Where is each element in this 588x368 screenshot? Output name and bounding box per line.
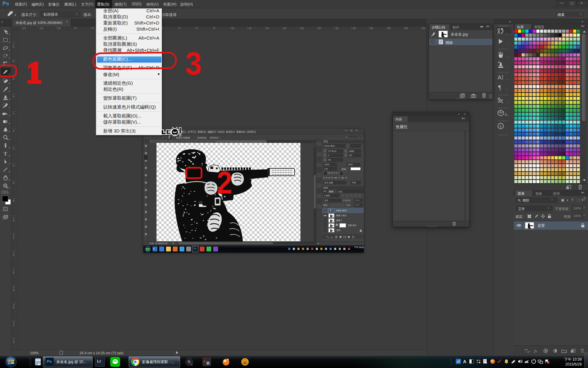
- svg-text:0: 0: [13, 129, 14, 132]
- svg-text:24: 24: [352, 27, 356, 30]
- svg-text:20: 20: [318, 27, 321, 30]
- svg-text:8: 8: [13, 199, 14, 202]
- svg-text:2: 2: [13, 236, 14, 240]
- svg-text:26: 26: [370, 27, 373, 30]
- svg-text:28: 28: [387, 27, 390, 30]
- svg-text:L: L: [204, 360, 206, 363]
- svg-text:2: 2: [13, 112, 14, 115]
- svg-text:fx: fx: [331, 236, 333, 238]
- svg-text:6: 6: [13, 182, 14, 185]
- svg-text:4: 4: [13, 95, 14, 98]
- svg-text:A: A: [463, 359, 466, 364]
- svg-text:12: 12: [40, 27, 43, 30]
- svg-text:14: 14: [266, 27, 269, 30]
- svg-text:2: 2: [13, 324, 14, 327]
- svg-text:fx: fx: [534, 349, 537, 353]
- svg-text:30: 30: [405, 27, 408, 30]
- svg-text:4: 4: [13, 341, 14, 344]
- svg-text:4: 4: [179, 27, 180, 30]
- svg-text:6: 6: [13, 271, 14, 274]
- svg-text:8: 8: [13, 289, 14, 292]
- svg-text:0: 0: [13, 45, 14, 48]
- svg-text:0: 0: [13, 306, 14, 309]
- svg-text:22: 22: [335, 27, 338, 30]
- svg-text:10: 10: [231, 27, 234, 30]
- svg-text:4: 4: [13, 164, 14, 167]
- svg-text:0: 0: [13, 219, 14, 222]
- svg-text:32: 32: [422, 27, 425, 30]
- svg-text:A: A: [498, 75, 501, 81]
- svg-text:18: 18: [300, 27, 303, 30]
- svg-text:14: 14: [23, 27, 26, 30]
- svg-text:¶: ¶: [498, 84, 501, 91]
- svg-text:8: 8: [214, 27, 215, 30]
- svg-text:10: 10: [58, 27, 61, 30]
- svg-text:8: 8: [13, 60, 14, 63]
- svg-text:T: T: [4, 151, 7, 157]
- svg-text:8: 8: [75, 27, 76, 30]
- svg-text:16: 16: [283, 27, 286, 30]
- svg-text:4: 4: [13, 254, 14, 257]
- svg-text:12: 12: [248, 27, 251, 30]
- svg-text:6: 6: [196, 27, 198, 30]
- svg-text:6: 6: [13, 77, 14, 80]
- svg-text:2: 2: [13, 147, 14, 150]
- svg-text:6: 6: [92, 27, 94, 30]
